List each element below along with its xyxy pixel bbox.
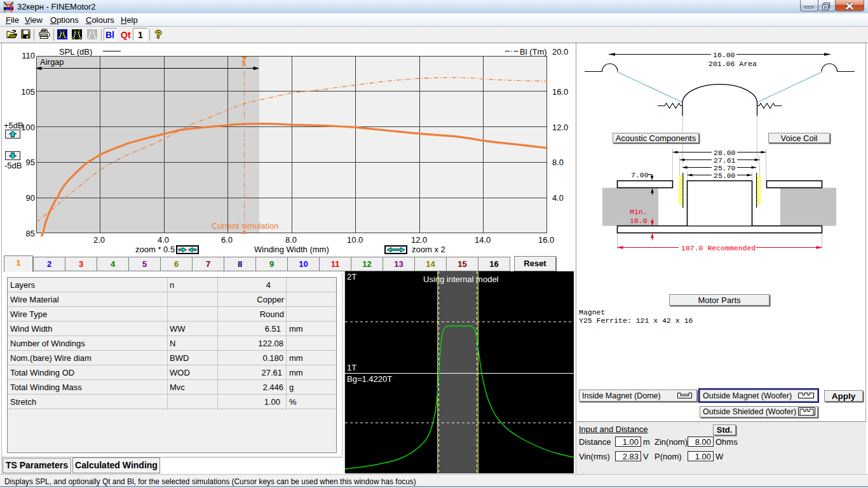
svg-text:$: $	[241, 58, 247, 68]
svg-text:10.0: 10.0	[630, 217, 648, 225]
svg-text:25.00: 25.00	[714, 172, 736, 180]
svg-text:201.06 Area: 201.06 Area	[709, 60, 757, 68]
svg-text:Min.: Min.	[630, 208, 648, 216]
svg-text:2T: 2T	[347, 272, 356, 281]
svg-text:7.00: 7.00	[631, 171, 649, 179]
svg-text:Using internal model: Using internal model	[423, 274, 499, 284]
svg-text:Bg=1.4220T: Bg=1.4220T	[347, 374, 392, 384]
svg-text:16.00: 16.00	[713, 51, 735, 59]
svg-text:1T: 1T	[347, 363, 356, 372]
svg-text:107.0 Recommended: 107.0 Recommended	[681, 244, 756, 252]
